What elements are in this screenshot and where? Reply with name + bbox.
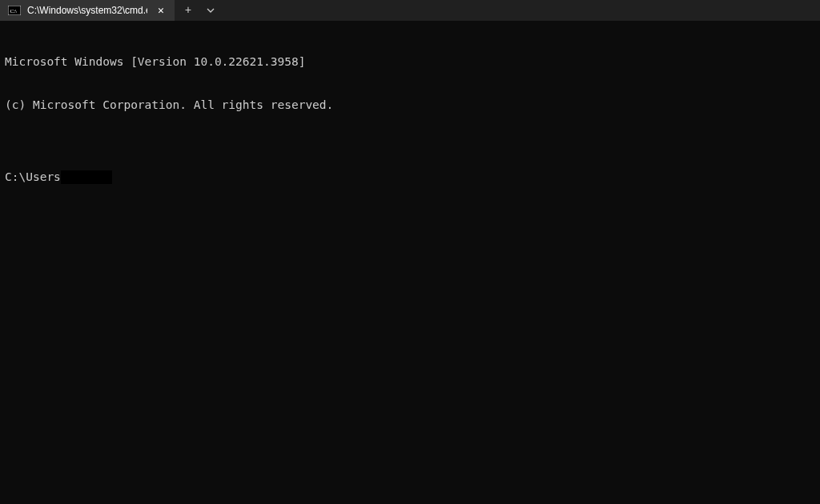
svg-text:C:\: C:\ bbox=[10, 8, 18, 14]
terminal-line: Microsoft Windows [Version 10.0.22621.39… bbox=[5, 54, 815, 69]
cmd-icon: C:\ bbox=[8, 6, 21, 15]
prompt-line: C:\Users bbox=[5, 170, 815, 184]
titlebar: C:\ C:\Windows\system32\cmd.ex ✕ + bbox=[0, 0, 820, 21]
tab-chevron-down-icon[interactable] bbox=[200, 0, 221, 21]
prompt-prefix: C:\Users bbox=[5, 170, 61, 184]
redacted-username bbox=[61, 170, 112, 184]
close-icon[interactable]: ✕ bbox=[154, 3, 168, 18]
new-tab-button[interactable]: + bbox=[176, 0, 200, 21]
terminal-tab[interactable]: C:\ C:\Windows\system32\cmd.ex ✕ bbox=[0, 0, 175, 21]
tab-title: C:\Windows\system32\cmd.ex bbox=[27, 5, 147, 16]
terminal-output[interactable]: Microsoft Windows [Version 10.0.22621.39… bbox=[0, 21, 820, 203]
terminal-line: (c) Microsoft Corporation. All rights re… bbox=[5, 98, 815, 112]
